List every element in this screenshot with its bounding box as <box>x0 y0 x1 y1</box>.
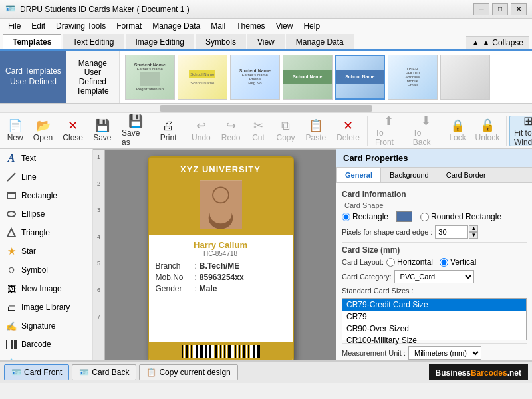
pixels-spin-up[interactable]: ▲ <box>469 225 478 232</box>
cr79-credit-card-option[interactable]: CR79-Credit Card Size <box>342 299 526 311</box>
tab-symbols[interactable]: Symbols <box>196 34 246 49</box>
template-thumb-2[interactable]: School Name School Name <box>178 55 227 100</box>
rounded-rectangle-radio[interactable] <box>420 213 429 221</box>
new-button[interactable]: 📄 New <box>3 116 27 146</box>
print-button[interactable]: 🖨 Print <box>156 116 181 146</box>
close-doc-button[interactable]: ✕ Close <box>59 116 88 146</box>
menu-view[interactable]: View <box>271 20 299 32</box>
standard-sizes-list[interactable]: CR79-Credit Card Size CR79 CR90-Over Siz… <box>342 298 527 340</box>
menu-drawing-tools[interactable]: Drawing Tools <box>51 20 111 32</box>
manage-user-defined-button[interactable]: Manage User Defined Template <box>66 51 120 103</box>
tab-image-editing[interactable]: Image Editing <box>126 34 194 49</box>
rectangle-tool-label: Rectangle <box>21 191 57 200</box>
template-thumb-1[interactable]: Student Name Father's Name Registration … <box>125 55 175 100</box>
pixels-spin-down[interactable]: ▼ <box>469 232 478 239</box>
ellipse-tool-label: Ellipse <box>21 209 45 219</box>
cr100-military-option[interactable]: CR100-Military Size <box>342 334 526 346</box>
signature-tool-label: Signature <box>21 321 55 331</box>
copy-button[interactable]: ⧉ Copy <box>271 116 299 146</box>
design-canvas[interactable]: XYZ UNIVERSITY <box>105 150 336 360</box>
rectangle-radio-option[interactable]: Rectangle <box>342 212 388 221</box>
card-mob-field: Mob.No : 85963254xx <box>156 273 286 282</box>
tool-rectangle[interactable]: Rectangle <box>0 186 92 205</box>
tool-triangle[interactable]: Triangle <box>0 223 92 242</box>
tab-view[interactable]: View <box>247 34 285 49</box>
image-library-tool-label: Image Library <box>21 303 70 312</box>
horizontal-scrollbar[interactable] <box>0 104 532 113</box>
delete-button[interactable]: ✕ Delete <box>332 116 364 146</box>
template-group-button[interactable]: Card Templates User Defined <box>0 51 66 103</box>
measurement-select[interactable]: Milimeters (mm) <box>408 346 481 360</box>
props-tab-background[interactable]: Background <box>381 168 438 182</box>
tool-new-image[interactable]: 🖼 New Image <box>0 279 92 298</box>
lock-button[interactable]: 🔒 Lock <box>445 116 470 146</box>
open-button[interactable]: 📂 Open <box>29 116 57 146</box>
to-back-button[interactable]: ⬇ To Back <box>408 116 444 146</box>
vertical-radio[interactable] <box>440 258 448 267</box>
category-select[interactable]: PVC_Card <box>394 270 474 283</box>
properties-panel: Card Properties General Background Card … <box>336 149 532 360</box>
cr79-option[interactable]: CR79 <box>342 311 526 323</box>
save-button[interactable]: 💾 Save <box>89 116 116 146</box>
cr90-over-sized-option[interactable]: CR90-Over Sized <box>342 323 526 334</box>
tool-barcode[interactable]: Barcode <box>0 335 92 354</box>
menu-mail[interactable]: Mail <box>205 20 231 32</box>
minimize-button[interactable]: ─ <box>473 3 489 15</box>
paste-button[interactable]: 📋 Paste <box>301 116 331 146</box>
tab-templates[interactable]: Templates <box>3 34 61 49</box>
rectangle-radio[interactable] <box>342 213 350 221</box>
vertical-radio-option[interactable]: Vertical <box>440 257 476 267</box>
tool-line[interactable]: Line <box>0 168 92 186</box>
template-thumb-6[interactable]: USER PHOTO Address Mobile Email <box>388 55 438 100</box>
menu-manage-data[interactable]: Manage Data <box>147 20 205 32</box>
props-general-content: Card Information Card Shape Rectangle Ro… <box>336 183 532 360</box>
undo-button[interactable]: ↩ Undo <box>187 116 215 146</box>
props-tab-card-border[interactable]: Card Border <box>438 168 495 182</box>
cut-button[interactable]: ✂ Cut <box>246 116 270 146</box>
redo-icon: ↪ <box>226 120 236 132</box>
tool-symbol[interactable]: Ω Symbol <box>0 261 92 279</box>
barcode-tool-icon <box>5 338 17 350</box>
to-front-icon: ⬆ <box>384 115 394 127</box>
card-photo-image <box>200 178 242 231</box>
template-thumb-7[interactable] <box>440 55 490 100</box>
card-front-button[interactable]: 🪪 Card Front <box>4 364 69 380</box>
template-thumb-5[interactable]: School Name <box>335 55 385 100</box>
horizontal-radio[interactable] <box>386 258 395 267</box>
save-as-button[interactable]: 💾 Save as <box>117 116 154 146</box>
tab-text-editing[interactable]: Text Editing <box>63 34 124 49</box>
tool-star[interactable]: ★ Star <box>0 242 92 261</box>
tool-watermark[interactable]: 💧 Watermark <box>0 354 92 360</box>
to-front-button[interactable]: ⬆ To Front <box>370 116 407 146</box>
template-thumb-3[interactable]: Student Name Father's Name Phone Reg No <box>230 55 280 100</box>
tab-manage-data[interactable]: Manage Data <box>286 34 354 49</box>
ruler-v-mark-4: 4 <box>97 232 100 259</box>
copy-design-button[interactable]: 📋 Copy current design <box>139 364 237 380</box>
unlock-button[interactable]: 🔓 Unlock <box>471 116 503 146</box>
close-button[interactable]: ✕ <box>511 3 527 15</box>
menu-help[interactable]: Help <box>298 20 325 32</box>
tool-signature[interactable]: ✍ Signature <box>0 317 92 335</box>
tool-ellipse[interactable]: Ellipse <box>0 205 92 223</box>
maximize-button[interactable]: □ <box>492 3 508 15</box>
pixels-input[interactable] <box>435 225 468 239</box>
props-tab-general[interactable]: General <box>336 168 381 182</box>
menu-bar: File Edit Drawing Tools Format Manage Da… <box>0 19 532 33</box>
ruler-v-mark-2: 2 <box>97 179 100 205</box>
template-thumb-4[interactable]: School Name <box>283 55 332 100</box>
ribbon-collapse-button[interactable]: ▲ ▲ Collapse <box>466 36 529 49</box>
tool-image-library[interactable]: 🗃 Image Library <box>0 298 92 317</box>
redo-button[interactable]: ↪ Redo <box>217 116 245 146</box>
tool-text[interactable]: A Text <box>0 149 92 168</box>
symbol-tool-icon: Ω <box>5 264 17 276</box>
colon-1: : <box>195 261 197 271</box>
card-branch-value: B.Tech/ME <box>200 261 239 271</box>
card-back-button[interactable]: 🪪 Card Back <box>72 364 136 380</box>
menu-format[interactable]: Format <box>111 20 147 32</box>
horizontal-radio-option[interactable]: Horizontal <box>386 257 433 267</box>
fit-window-button[interactable]: ⊞ Fit to Window <box>509 116 532 146</box>
menu-themes[interactable]: Themes <box>231 20 270 32</box>
rounded-rectangle-radio-option[interactable]: Rounded Rectangle <box>420 212 501 221</box>
menu-file[interactable]: File <box>3 20 26 32</box>
menu-edit[interactable]: Edit <box>26 20 51 32</box>
